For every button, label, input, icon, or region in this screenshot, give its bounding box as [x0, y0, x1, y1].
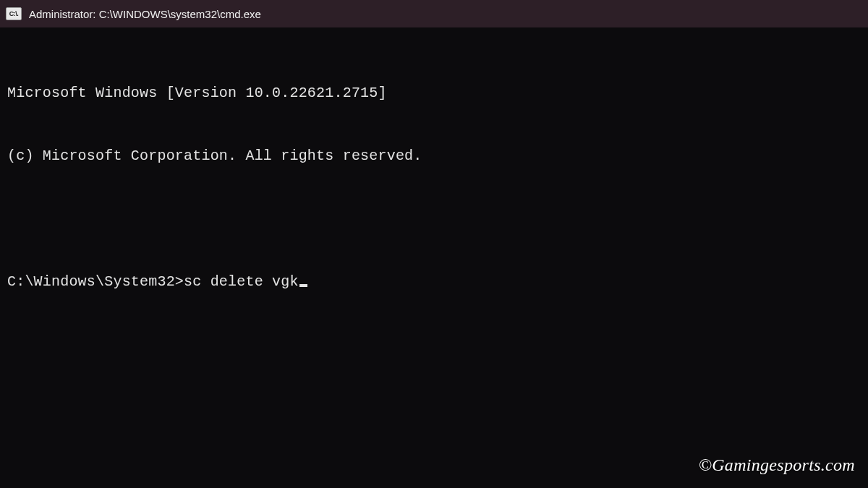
blank-line — [7, 208, 861, 229]
window-titlebar[interactable]: C:\. Administrator: C:\WINDOWS\system32\… — [0, 0, 868, 27]
typed-command: sc delete vgk — [184, 271, 299, 292]
version-line: Microsoft Windows [Version 10.0.22621.27… — [7, 82, 861, 103]
prompt-path: C:\Windows\System32> — [7, 271, 184, 292]
text-cursor — [299, 284, 307, 287]
cmd-icon: C:\. — [6, 7, 22, 20]
terminal-output[interactable]: Microsoft Windows [Version 10.0.22621.27… — [0, 27, 868, 320]
copyright-line: (c) Microsoft Corporation. All rights re… — [7, 145, 861, 166]
prompt-line: C:\Windows\System32>sc delete vgk — [7, 271, 861, 292]
window-title: Administrator: C:\WINDOWS\system32\cmd.e… — [29, 8, 261, 20]
watermark-text: ©Gamingesports.com — [699, 455, 855, 475]
